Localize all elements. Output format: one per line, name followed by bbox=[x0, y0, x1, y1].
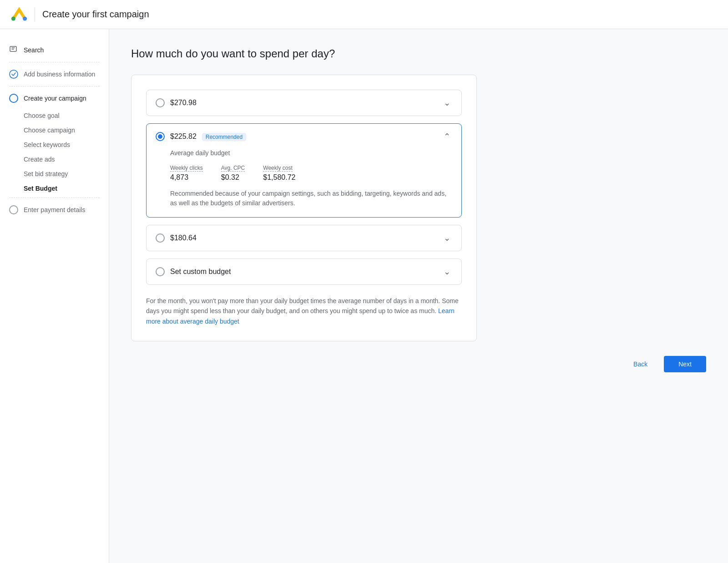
footer-note: For the month, you won't pay more than y… bbox=[146, 296, 462, 326]
svg-point-1 bbox=[11, 16, 15, 20]
svg-point-0 bbox=[23, 16, 27, 20]
stat-weekly-clicks: Weekly clicks 4,873 bbox=[170, 164, 203, 182]
stats-row: Weekly clicks 4,873 Avg. CPC $0.32 Weekl… bbox=[170, 164, 452, 182]
chevron-up-225: ⌃ bbox=[441, 131, 452, 142]
chevron-down-custom: ⌄ bbox=[441, 266, 452, 277]
sidebar-item-campaign[interactable]: Create your campaign bbox=[0, 88, 109, 108]
budget-amount-180: $180.64 bbox=[170, 234, 197, 242]
sidebar-divider-3 bbox=[9, 198, 100, 198]
budget-amount-custom: Set custom budget bbox=[170, 268, 231, 276]
budget-option-270[interactable]: $270.98 ⌄ bbox=[146, 90, 462, 116]
radio-270[interactable] bbox=[156, 98, 165, 107]
stat-label-cpc: Avg. CPC bbox=[221, 165, 245, 172]
header: Create your first campaign bbox=[0, 0, 728, 29]
sidebar-label-payment: Enter payment details bbox=[24, 206, 85, 213]
layout: Search Add business information Create y… bbox=[0, 29, 728, 563]
radio-225[interactable] bbox=[156, 132, 165, 141]
budget-option-225-expanded: Average daily budget Weekly clicks 4,873… bbox=[147, 149, 461, 217]
chevron-down-180: ⌄ bbox=[441, 233, 452, 243]
stat-avg-cpc: Avg. CPC $0.32 bbox=[221, 164, 245, 182]
budget-option-custom-left: Set custom budget bbox=[156, 267, 231, 276]
next-button[interactable]: Next bbox=[664, 356, 706, 372]
footer-note-text: For the month, you won't pay more than y… bbox=[146, 297, 459, 314]
sidebar-item-payment[interactable]: Enter payment details bbox=[0, 200, 109, 220]
sidebar: Search Add business information Create y… bbox=[0, 29, 109, 563]
google-ads-logo bbox=[11, 6, 27, 23]
avg-daily-label: Average daily budget bbox=[170, 149, 452, 157]
sidebar-item-search[interactable]: Search bbox=[0, 40, 109, 60]
stat-label-cost: Weekly cost bbox=[263, 165, 292, 172]
sidebar-sub-set-budget[interactable]: Set Budget bbox=[24, 181, 109, 196]
sidebar-sub-create-ads[interactable]: Create ads bbox=[24, 152, 109, 167]
stat-value-clicks: 4,873 bbox=[170, 173, 203, 182]
logo-area bbox=[11, 6, 27, 23]
recommended-badge: Recommended bbox=[202, 133, 246, 141]
stat-value-cost: $1,580.72 bbox=[263, 173, 295, 182]
budget-card: $270.98 ⌄ $225.82 Recommended ⌃ bbox=[131, 75, 477, 341]
budget-option-225-header[interactable]: $225.82 Recommended ⌃ bbox=[147, 124, 461, 149]
sidebar-sub-choose-goal[interactable]: Choose goal bbox=[24, 108, 109, 123]
recommendation-text: Recommended because of your campaign set… bbox=[170, 189, 452, 208]
sidebar-label-campaign: Create your campaign bbox=[24, 95, 86, 102]
sidebar-sub-items: Choose goal Choose campaign Select keywo… bbox=[0, 108, 109, 196]
stat-weekly-cost: Weekly cost $1,580.72 bbox=[263, 164, 295, 182]
stat-value-cpc: $0.32 bbox=[221, 173, 245, 182]
sidebar-sub-choose-campaign[interactable]: Choose campaign bbox=[24, 123, 109, 137]
sidebar-sub-select-keywords[interactable]: Select keywords bbox=[24, 137, 109, 152]
sidebar-item-business[interactable]: Add business information bbox=[0, 64, 109, 84]
budget-option-225-left: $225.82 Recommended bbox=[156, 132, 246, 141]
main-content: How much do you want to spend per day? $… bbox=[109, 29, 728, 563]
budget-option-custom-header[interactable]: Set custom budget ⌄ bbox=[147, 259, 461, 284]
payment-circle-icon bbox=[9, 205, 18, 214]
stat-label-clicks: Weekly clicks bbox=[170, 165, 203, 172]
budget-option-270-header[interactable]: $270.98 ⌄ bbox=[147, 90, 461, 116]
nav-buttons: Back Next bbox=[131, 356, 706, 372]
sidebar-sub-set-bid[interactable]: Set bid strategy bbox=[24, 167, 109, 181]
radio-180[interactable] bbox=[156, 233, 165, 243]
radio-custom[interactable] bbox=[156, 267, 165, 276]
budget-option-180-header[interactable]: $180.64 ⌄ bbox=[147, 225, 461, 251]
budget-option-180-left: $180.64 bbox=[156, 233, 197, 243]
header-divider bbox=[35, 7, 35, 22]
budget-amount-270: $270.98 bbox=[170, 99, 197, 107]
budget-option-270-left: $270.98 bbox=[156, 98, 197, 107]
back-button[interactable]: Back bbox=[624, 356, 657, 372]
chevron-down-270: ⌄ bbox=[441, 97, 452, 108]
budget-option-custom[interactable]: Set custom budget ⌄ bbox=[146, 259, 462, 285]
budget-amount-225: $225.82 bbox=[170, 132, 197, 140]
check-circle-icon bbox=[9, 70, 18, 79]
sidebar-divider-2 bbox=[9, 86, 100, 86]
campaign-circle-icon bbox=[9, 94, 18, 103]
page-title: Create your first campaign bbox=[42, 9, 149, 20]
budget-225-label-area: $225.82 Recommended bbox=[170, 132, 246, 141]
budget-page-title: How much do you want to spend per day? bbox=[131, 47, 706, 60]
sidebar-divider-1 bbox=[9, 62, 100, 62]
sidebar-label-business: Add business information bbox=[24, 71, 95, 78]
budget-option-225[interactable]: $225.82 Recommended ⌃ Average daily budg… bbox=[146, 123, 462, 218]
svg-point-5 bbox=[10, 70, 18, 78]
search-icon bbox=[9, 46, 18, 55]
budget-option-180[interactable]: $180.64 ⌄ bbox=[146, 225, 462, 251]
sidebar-label-search: Search bbox=[24, 46, 44, 54]
